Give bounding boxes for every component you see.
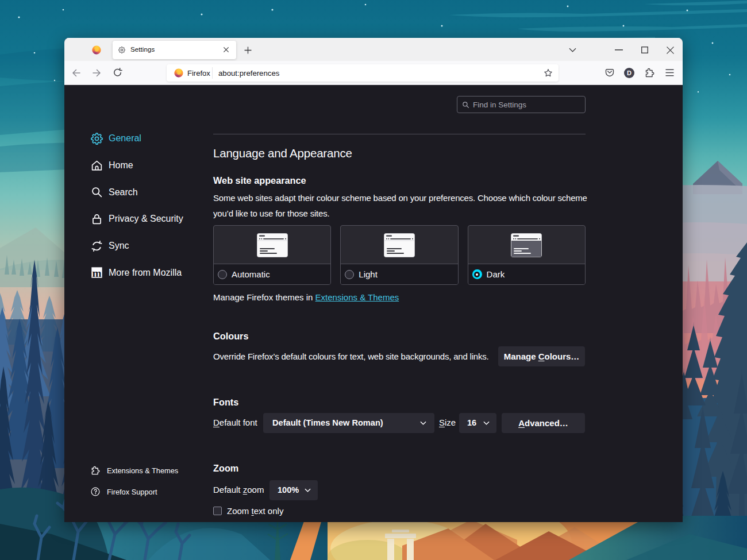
svg-text:m: m (92, 267, 101, 279)
svg-text:D: D (627, 69, 632, 76)
